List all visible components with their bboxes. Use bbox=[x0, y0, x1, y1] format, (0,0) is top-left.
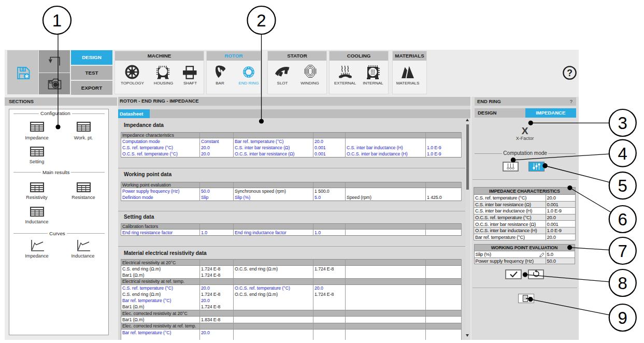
svg-text:7: 7 bbox=[618, 241, 627, 261]
svg-text:4: 4 bbox=[618, 144, 627, 163]
svg-text:9: 9 bbox=[618, 308, 627, 327]
svg-text:6: 6 bbox=[618, 210, 627, 229]
svg-text:5: 5 bbox=[618, 176, 627, 195]
svg-text:1: 1 bbox=[52, 11, 62, 30]
svg-text:8: 8 bbox=[618, 274, 627, 293]
svg-text:3: 3 bbox=[618, 113, 627, 133]
svg-text:2: 2 bbox=[256, 11, 266, 30]
